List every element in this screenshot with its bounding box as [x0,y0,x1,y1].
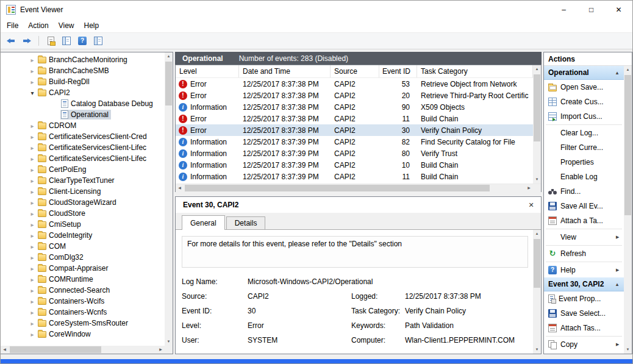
expand-icon[interactable] [27,197,37,209]
action-enable-log[interactable]: Enable Log [544,170,624,184]
expand-icon[interactable] [27,164,37,176]
expand-icon[interactable] [27,296,37,307]
scrollbar-track[interactable] [624,74,632,346]
expand-icon[interactable] [27,329,37,340]
expand-icon[interactable] [27,186,37,198]
back-button[interactable] [4,34,18,48]
close-preview-button[interactable] [525,199,537,211]
scroll-right-icon[interactable] [157,346,165,354]
scrollbar-track[interactable] [184,184,525,192]
action-save-all-ev[interactable]: Save All Ev... [544,199,624,213]
action-find[interactable]: Find... [544,184,624,199]
expand-icon[interactable] [27,274,37,285]
scrollbar-track[interactable] [533,238,541,346]
expand-icon[interactable] [27,318,37,329]
tree-item-branchcachesmb[interactable]: BranchCacheSMB [1,65,165,76]
action-pane-toggle-button[interactable] [91,34,106,48]
expand-icon[interactable] [27,131,37,143]
expand-icon[interactable] [27,142,37,154]
tab-details[interactable]: Details [226,216,266,229]
column-header-event-id[interactable]: Event ID [379,65,417,77]
action-view[interactable]: View [544,230,624,244]
tree-item-client-licensing[interactable]: Client-Licensing [1,186,165,197]
tree-item-cleartypetexttuner[interactable]: ClearTypeTextTuner [1,175,165,186]
scrollbar-thumb[interactable] [624,75,631,215]
expand-icon[interactable] [27,307,37,318]
scroll-up-icon[interactable] [624,66,632,74]
actions-section-operational[interactable]: Operational [544,66,624,80]
expand-icon[interactable] [27,252,37,263]
tree-item-branchcachemonitoring[interactable]: BranchCacheMonitoring [1,54,165,65]
scrollbar-thumb[interactable] [165,62,172,105]
menu-item-help[interactable]: Help [79,19,104,32]
tree-item-certpoleng[interactable]: CertPolEng [1,164,165,175]
menu-item-view[interactable]: View [54,19,79,32]
expand-icon[interactable] [27,230,37,241]
scrollbar-track[interactable] [9,346,157,354]
event-row-1[interactable]: Error12/25/2017 8:37:38 PMCAPI253Retriev… [176,78,533,90]
scroll-left-icon[interactable] [1,346,9,354]
action-attach-tas[interactable]: Attach Tas... [544,321,624,335]
expand-icon[interactable] [27,175,37,187]
events-vertical-scrollbar[interactable] [533,65,541,184]
tree-item-capi2[interactable]: CAPI2 [1,87,165,98]
action-help[interactable]: Help [544,263,624,277]
tree-item-operational[interactable]: Operational [1,109,165,120]
expand-icon[interactable] [27,208,37,219]
tree-item-cloudstoragewizard[interactable]: CloudStorageWizard [1,197,165,208]
action-open-save[interactable]: Open Save... [544,80,624,95]
event-row-6[interactable]: Information12/25/2017 8:37:39 PMCAPI282F… [176,136,533,148]
tree-item-build-regdll[interactable]: Build-RegDll [1,76,165,87]
console-tree-toggle-button[interactable] [59,34,74,48]
tree-vertical-scrollbar[interactable] [165,52,173,346]
actions-vertical-scrollbar[interactable] [624,66,632,354]
close-button[interactable]: ✕ [605,1,632,19]
event-row-9[interactable]: Information12/25/2017 8:37:39 PMCAPI211B… [176,171,533,182]
column-header-level[interactable]: Level [176,65,239,77]
expand-icon[interactable] [27,153,37,165]
scrollbar-thumb[interactable] [185,185,490,191]
column-header-task-category[interactable]: Task Category [417,65,533,77]
tree-item-containers-wcnfs[interactable]: Containers-Wcnfs [1,307,165,318]
tree-item-cdrom[interactable]: CDROM [1,120,165,131]
event-row-3[interactable]: Information12/25/2017 8:37:38 PMCAPI290X… [176,101,533,113]
action-refresh[interactable]: Refresh [544,246,624,261]
tree-item-certificateservicesclient-cred[interactable]: CertificateServicesClient-Cred [1,131,165,142]
event-row-5[interactable]: Error12/25/2017 8:37:38 PMCAPI230Verify … [176,124,533,136]
action-copy[interactable]: Copy [544,337,624,352]
tree-item-catalog-database-debug[interactable]: Catalog Database Debug [1,98,165,109]
tree-item-certificateservicesclient-lifec[interactable]: CertificateServicesClient-Lifec [1,142,165,153]
tree-item-certificateservicesclient-lifec[interactable]: CertificateServicesClient-Lifec [1,153,165,164]
tree-item-corewindow[interactable]: CoreWindow [1,329,165,340]
scroll-down-icon[interactable] [533,346,541,354]
actions-section-event-30-capi2[interactable]: Event 30, CAPI2 [544,277,624,291]
tree-horizontal-scrollbar[interactable] [1,346,165,354]
action-filter-curre[interactable]: Filter Curre... [544,140,624,155]
event-row-2[interactable]: Error12/25/2017 8:37:38 PMCAPI220Retriev… [176,90,533,101]
expand-icon[interactable] [27,120,37,132]
event-row-7[interactable]: Information12/25/2017 8:37:39 PMCAPI280V… [176,148,533,159]
menu-item-file[interactable]: File [2,19,23,32]
scroll-up-icon[interactable] [533,230,541,238]
scrollbar-track[interactable] [165,60,173,338]
detail-vertical-scrollbar[interactable] [533,230,541,354]
scrollbar-thumb[interactable] [10,346,101,353]
event-row-4[interactable]: Error12/25/2017 8:37:38 PMCAPI211Build C… [176,113,533,124]
action-attach-a-ta[interactable]: Attach a Ta... [544,213,624,228]
expand-icon[interactable] [27,285,37,296]
expand-icon[interactable] [27,76,37,88]
scroll-down-icon[interactable] [624,346,632,354]
tree-item-connected-search[interactable]: Connected-Search [1,285,165,296]
tree-item-comruntime[interactable]: COMRuntime [1,274,165,285]
tree-item-com[interactable]: COM [1,241,165,252]
expand-icon[interactable] [27,263,37,274]
column-header-source[interactable]: Source [331,65,379,77]
expand-icon[interactable] [27,54,37,66]
action-event-prop[interactable]: Event Prop... [544,291,624,306]
expand-icon[interactable] [27,241,37,252]
action-clear-log[interactable]: Clear Log... [544,126,624,140]
tab-general[interactable]: General [182,215,225,230]
action-properties[interactable]: Properties [544,155,624,170]
maximize-button[interactable]: □ [578,1,605,19]
scrollbar-thumb[interactable] [534,74,540,141]
